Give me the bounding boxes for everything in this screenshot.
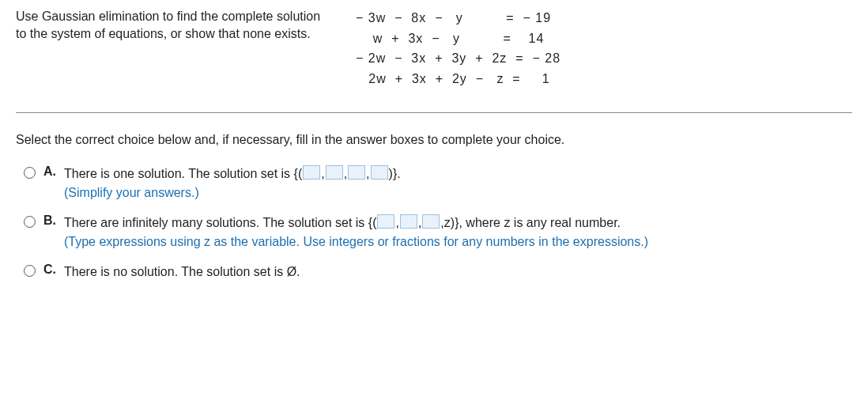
choice-b: B. There are infinitely many solutions. … — [24, 214, 852, 251]
choice-c-letter: C. — [43, 263, 58, 277]
choice-a: A. There is one solution. The solution s… — [24, 164, 852, 202]
choice-b-after: where z is any real number. — [462, 216, 621, 229]
eq-line-1: − 3w − 8x − y = − 19 — [356, 11, 551, 25]
choice-a-letter: A. — [43, 164, 58, 179]
comma-a2: , — [344, 167, 347, 180]
choice-a-lead: There is one solution. The solution set … — [64, 167, 294, 180]
question-top: Use Gaussian elimination to find the com… — [16, 8, 852, 89]
choice-a-set-close: )}. — [389, 167, 401, 180]
radio-c[interactable] — [24, 265, 36, 277]
choice-c: C. There is no solution. The solution se… — [24, 263, 852, 282]
divider — [16, 112, 852, 113]
answer-box-b3[interactable] — [422, 214, 440, 229]
answer-box-a4[interactable] — [371, 165, 388, 180]
answer-box-b2[interactable] — [400, 214, 417, 229]
radio-b[interactable] — [24, 216, 36, 228]
instruction-text: Select the correct choice below and, if … — [16, 133, 852, 147]
question-prompt: Use Gaussian elimination to find the com… — [16, 8, 324, 43]
choice-c-text: There is no solution. The solution set i… — [64, 263, 300, 282]
answer-box-a3[interactable] — [348, 165, 365, 180]
answer-box-a1[interactable] — [303, 165, 320, 180]
radio-a[interactable] — [24, 167, 36, 179]
answer-box-a2[interactable] — [326, 165, 343, 180]
choice-a-hint: (Simplify your answers.) — [64, 186, 199, 199]
choice-b-hint: (Type expressions using z as the variabl… — [64, 235, 648, 248]
eq-line-4: 2w + 3x + 2y − z = 1 — [356, 72, 550, 85]
eq-line-2: w + 3x − y = 14 — [356, 32, 544, 45]
choice-a-text: There is one solution. The solution set … — [64, 164, 401, 202]
comma-a3: , — [366, 167, 369, 180]
choice-b-text: There are infinitely many solutions. The… — [64, 214, 648, 251]
answer-choices: A. There is one solution. The solution s… — [16, 164, 852, 282]
comma-b2: , — [418, 216, 421, 229]
choice-b-letter: B. — [43, 214, 58, 228]
comma-a1: , — [321, 167, 324, 180]
answer-box-b1[interactable] — [377, 214, 394, 229]
choice-b-tail: ,z)}, — [440, 216, 462, 229]
eq-line-3: − 2w − 3x + 3y + 2z = − 28 — [356, 51, 560, 65]
choice-a-set-open: {( — [294, 167, 303, 180]
equation-system: − 3w − 8x − y = − 19 w + 3x − y = 14 − 2… — [356, 8, 560, 89]
comma-b1: , — [395, 216, 398, 229]
choice-b-lead: There are infinitely many solutions. The… — [64, 216, 368, 229]
choice-b-set-open: {( — [368, 216, 377, 229]
